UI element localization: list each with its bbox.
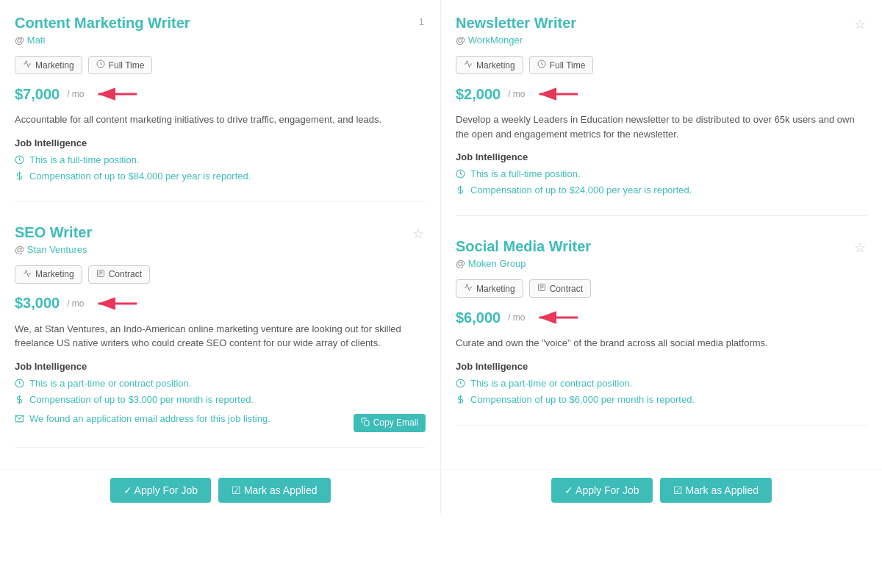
tag-label: Contract <box>550 284 583 294</box>
tag-marketing: Marketing <box>15 265 82 284</box>
salary-amount: $3,000 <box>15 295 60 312</box>
salary-amount: $7,000 <box>15 86 60 103</box>
intel-icon-dollar <box>456 185 465 197</box>
tag-icon <box>23 269 32 280</box>
tag-icon <box>537 60 546 71</box>
intel-icon-dollar <box>456 395 465 406</box>
tag-full-time: Full Time <box>529 56 594 74</box>
job-company: @ Mati <box>15 35 426 46</box>
salary-amount: $2,000 <box>456 86 501 103</box>
tag-marketing: Marketing <box>456 279 523 298</box>
tag-marketing: Marketing <box>15 56 82 74</box>
tag-contract: Contract <box>529 279 591 298</box>
salary-row: $7,000 / mo <box>15 85 426 104</box>
job-description: Accountable for all content marketing in… <box>15 112 426 127</box>
tags-container: Marketing Contract <box>15 265 426 284</box>
intel-text: Compensation of up to $84,000 per year i… <box>29 171 251 182</box>
apply-job-left[interactable]: ✓ Apply For Job <box>110 478 212 503</box>
tag-label: Full Time <box>550 60 586 71</box>
bookmark-button[interactable]: ☆ <box>854 16 866 32</box>
intel-icon-clock <box>456 169 465 181</box>
salary-row: $2,000 / mo <box>456 85 867 104</box>
tag-label: Contract <box>109 269 142 279</box>
salary-amount: $6,000 <box>456 309 501 326</box>
intel-icon-clock <box>15 155 24 167</box>
intel-text: Compensation of up to $3,000 per month i… <box>29 394 254 405</box>
intel-icon-email <box>15 414 24 426</box>
tags-container: Marketing Contract <box>456 279 867 298</box>
intel-text-email: We found an application email address fo… <box>29 413 270 424</box>
salary-period: / mo <box>67 89 84 99</box>
intel-item-0: This is a part-time or contract position… <box>456 378 867 390</box>
bookmark-button[interactable]: ☆ <box>854 240 866 256</box>
job-title: Content Marketing Writer <box>15 15 426 32</box>
intel-text: This is a part-time or contract position… <box>470 378 632 389</box>
intel-item-1: Compensation of up to $24,000 per year i… <box>456 184 867 197</box>
copy-email-button[interactable]: Copy Email <box>354 414 426 432</box>
job-intelligence: Job Intelligence This is a part-time or … <box>15 361 426 432</box>
tag-full-time: Full Time <box>88 56 153 74</box>
job-card-job3: ☆ Newsletter Writer @ WorkMonger Marketi… <box>456 15 867 216</box>
tag-icon <box>23 60 32 71</box>
copy-email-label: Copy Email <box>373 417 418 428</box>
tag-label: Marketing <box>35 269 74 279</box>
job-description: Curate and own the "voice" of the brand … <box>456 336 867 351</box>
actions-right: ✓ Apply For Job ☑ Mark as Applied <box>441 470 882 514</box>
tag-label: Marketing <box>476 60 515 71</box>
job-listings-layout: 1 Content Marketing Writer @ Mati Market… <box>0 0 882 514</box>
bookmark-button[interactable]: ☆ <box>412 226 424 242</box>
column-left: 1 Content Marketing Writer @ Mati Market… <box>0 0 441 514</box>
action-label: ✓ Apply For Job <box>123 484 198 496</box>
salary-row: $3,000 / mo <box>15 294 426 313</box>
tag-icon <box>96 60 105 71</box>
intel-item-1: Compensation of up to $3,000 per month i… <box>15 394 426 406</box>
intel-item-email: We found an application email address fo… <box>15 413 270 426</box>
intel-icon-clock <box>456 379 465 390</box>
salary-period: / mo <box>508 89 525 99</box>
tag-label: Full Time <box>109 60 145 71</box>
intelligence-title: Job Intelligence <box>15 137 426 148</box>
action-label: ✓ Apply For Job <box>564 484 639 496</box>
job-card-job4: ☆ Social Media Writer @ Moken Group Mark… <box>456 238 867 426</box>
tag-contract: Contract <box>88 265 150 284</box>
intelligence-title: Job Intelligence <box>456 361 867 372</box>
email-row: We found an application email address fo… <box>15 411 426 432</box>
intel-icon-dollar <box>15 171 24 183</box>
mark-applied-right[interactable]: ☑ Mark as Applied <box>660 478 772 503</box>
intel-item-1: Compensation of up to $84,000 per year i… <box>15 171 426 183</box>
action-label: ☑ Mark as Applied <box>673 484 759 496</box>
job-title: Social Media Writer <box>456 238 867 255</box>
job-description: We, at Stan Ventures, an Indo-American o… <box>15 322 426 351</box>
intel-text: This is a full-time position. <box>470 168 581 179</box>
job-description: Develop a weekly Leaders in Education ne… <box>456 112 867 141</box>
apply-job-right[interactable]: ✓ Apply For Job <box>551 478 653 503</box>
tag-icon <box>464 283 473 294</box>
job-card-job1: 1 Content Marketing Writer @ Mati Market… <box>15 15 426 202</box>
job-company: @ WorkMonger <box>456 35 867 46</box>
tag-marketing: Marketing <box>456 56 523 74</box>
job-company: @ Stan Ventures <box>15 244 426 255</box>
cards-area-left: 1 Content Marketing Writer @ Mati Market… <box>0 0 440 470</box>
action-label: ☑ Mark as Applied <box>232 484 318 496</box>
intel-text: Compensation of up to $24,000 per year i… <box>470 184 692 196</box>
cards-area-right: ☆ Newsletter Writer @ WorkMonger Marketi… <box>441 0 882 470</box>
intelligence-title: Job Intelligence <box>15 361 426 372</box>
salary-period: / mo <box>508 312 525 323</box>
intel-item-0: This is a part-time or contract position… <box>15 378 426 390</box>
job-title: Newsletter Writer <box>456 15 867 32</box>
job-intelligence: Job Intelligence This is a part-time or … <box>456 361 867 406</box>
tag-icon <box>537 283 546 294</box>
intel-text: Compensation of up to $6,000 per month i… <box>470 394 695 405</box>
job-index: 1 <box>419 16 424 27</box>
column-right: ☆ Newsletter Writer @ WorkMonger Marketi… <box>441 0 882 514</box>
intel-icon-dollar <box>15 395 24 406</box>
job-intelligence: Job Intelligence This is a full-time pos… <box>15 137 426 183</box>
mark-applied-left[interactable]: ☑ Mark as Applied <box>218 478 331 503</box>
intel-item-0: This is a full-time position. <box>15 154 426 167</box>
actions-left: ✓ Apply For Job ☑ Mark as Applied <box>0 470 440 514</box>
job-card-job2: ☆ SEO Writer @ Stan Ventures Marketing C… <box>15 224 426 448</box>
intel-text: This is a full-time position. <box>29 154 140 165</box>
salary-row: $6,000 / mo <box>456 308 867 327</box>
intel-icon-clock <box>15 379 24 390</box>
intel-text: This is a part-time or contract position… <box>29 378 191 389</box>
